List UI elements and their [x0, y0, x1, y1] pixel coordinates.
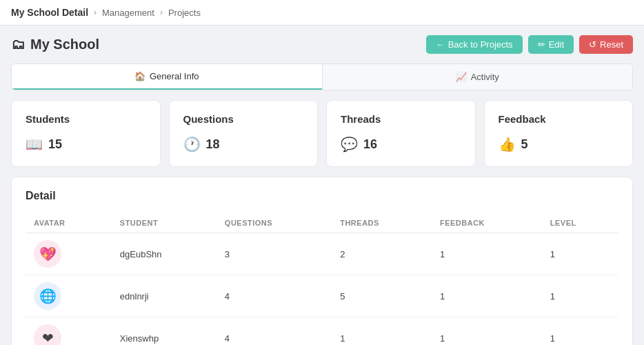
questions-count: 18 — [206, 137, 220, 152]
cell-feedback-0: 1 — [432, 233, 542, 275]
table-header-row: AVATAR STUDENT QUESTIONS THREADS FEEDBAC… — [26, 213, 618, 233]
edit-button-label: Edit — [549, 39, 564, 50]
cell-threads-0: 2 — [332, 233, 432, 275]
cell-questions-1: 4 — [217, 275, 332, 317]
breadcrumb-sep-2: › — [160, 8, 163, 17]
reset-icon: ↺ — [589, 39, 596, 50]
back-button-label: Back to Projects — [448, 39, 513, 50]
tabs: 🏠 General Info 📈 Activity — [11, 63, 633, 90]
stats-row: Students 📖 15 Questions 🕐 18 Threads 💬 1… — [11, 100, 633, 167]
top-bar: My School Detail › Management › Projects — [0, 0, 644, 26]
feedback-icon: 👍 — [499, 136, 516, 152]
back-to-projects-button[interactable]: ← Back to Projects — [426, 35, 523, 54]
avatar-2: ❤ — [34, 324, 61, 345]
cell-avatar-2: ❤ — [26, 317, 112, 346]
detail-section: Detail AVATAR STUDENT QUESTIONS THREADS … — [11, 177, 633, 345]
col-threads: THREADS — [332, 213, 432, 233]
cell-level-1: 1 — [542, 275, 618, 317]
page-title: My School — [30, 37, 99, 52]
edit-button[interactable]: ✏ Edit — [528, 35, 574, 54]
table-row: ❤ Xienswhp 4 1 1 1 — [26, 317, 618, 346]
table-row: 💖 dgEubShn 3 2 1 1 — [26, 233, 618, 275]
stat-card-threads: Threads 💬 16 — [326, 100, 476, 167]
page-header: 🗂 My School ← Back to Projects ✏ Edit ↺ … — [11, 35, 633, 54]
stat-card-students: Students 📖 15 — [11, 100, 161, 167]
col-avatar: AVATAR — [26, 213, 112, 233]
cell-feedback-2: 1 — [432, 317, 542, 346]
cell-avatar-1: 🌐 — [26, 275, 112, 317]
breadcrumb-sep-1: › — [94, 8, 97, 17]
detail-table: AVATAR STUDENT QUESTIONS THREADS FEEDBAC… — [26, 213, 618, 345]
cell-questions-2: 4 — [217, 317, 332, 346]
cell-student-2: Xienswhp — [112, 317, 217, 346]
cell-questions-0: 3 — [217, 233, 332, 275]
stat-card-questions: Questions 🕐 18 — [169, 100, 319, 167]
activity-icon: 📈 — [456, 72, 467, 82]
stat-threads-value: 💬 16 — [341, 136, 461, 152]
col-questions: QUESTIONS — [217, 213, 332, 233]
avatar-1: 🌐 — [34, 282, 61, 310]
table-body: 💖 dgEubShn 3 2 1 1 🌐 ednlnrji 4 5 1 1 ❤ … — [26, 233, 618, 346]
general-info-icon: 🏠 — [134, 71, 145, 81]
tab-general-info-label: General Info — [150, 71, 199, 81]
col-feedback: FEEDBACK — [432, 213, 542, 233]
col-level: LEVEL — [542, 213, 618, 233]
avatar-0: 💖 — [34, 240, 61, 268]
breadcrumb-projects[interactable]: Projects — [168, 8, 201, 18]
back-icon: ← — [436, 39, 445, 50]
feedback-count: 5 — [521, 137, 528, 152]
cell-student-1: ednlnrji — [112, 275, 217, 317]
threads-count: 16 — [363, 137, 377, 152]
stat-questions-value: 🕐 18 — [183, 136, 304, 152]
stat-feedback-title: Feedback — [499, 113, 619, 125]
page-title-row: 🗂 My School — [11, 37, 99, 52]
table-row: 🌐 ednlnrji 4 5 1 1 — [26, 275, 618, 317]
col-student: STUDENT — [112, 213, 217, 233]
cell-avatar-0: 💖 — [26, 233, 112, 275]
questions-icon: 🕐 — [183, 136, 201, 152]
header-actions: ← Back to Projects ✏ Edit ↺ Reset — [426, 35, 633, 54]
stat-students-title: Students — [26, 113, 146, 125]
students-count: 15 — [48, 137, 62, 152]
reset-button[interactable]: ↺ Reset — [579, 35, 633, 54]
folder-icon: 🗂 — [11, 37, 25, 52]
stat-card-feedback: Feedback 👍 5 — [484, 100, 634, 167]
cell-threads-1: 5 — [332, 275, 432, 317]
cell-feedback-1: 1 — [432, 275, 542, 317]
cell-student-0: dgEubShn — [112, 233, 217, 275]
stat-threads-title: Threads — [341, 113, 461, 125]
edit-icon: ✏ — [538, 39, 545, 50]
tab-general-info[interactable]: 🏠 General Info — [12, 64, 322, 90]
detail-title: Detail — [26, 190, 618, 202]
main-content: 🗂 My School ← Back to Projects ✏ Edit ↺ … — [0, 26, 644, 345]
cell-threads-2: 1 — [332, 317, 432, 346]
students-icon: 📖 — [26, 136, 43, 152]
cell-level-2: 1 — [542, 317, 618, 346]
reset-button-label: Reset — [600, 39, 623, 50]
stat-feedback-value: 👍 5 — [499, 136, 619, 152]
cell-level-0: 1 — [542, 233, 618, 275]
tab-activity[interactable]: 📈 Activity — [323, 64, 633, 90]
threads-icon: 💬 — [341, 136, 358, 152]
topbar-title: My School Detail — [11, 7, 88, 18]
tab-activity-label: Activity — [471, 72, 499, 82]
breadcrumb-management[interactable]: Management — [102, 8, 154, 18]
table-header: AVATAR STUDENT QUESTIONS THREADS FEEDBAC… — [26, 213, 618, 233]
stat-questions-title: Questions — [183, 113, 304, 125]
stat-students-value: 📖 15 — [26, 136, 146, 152]
